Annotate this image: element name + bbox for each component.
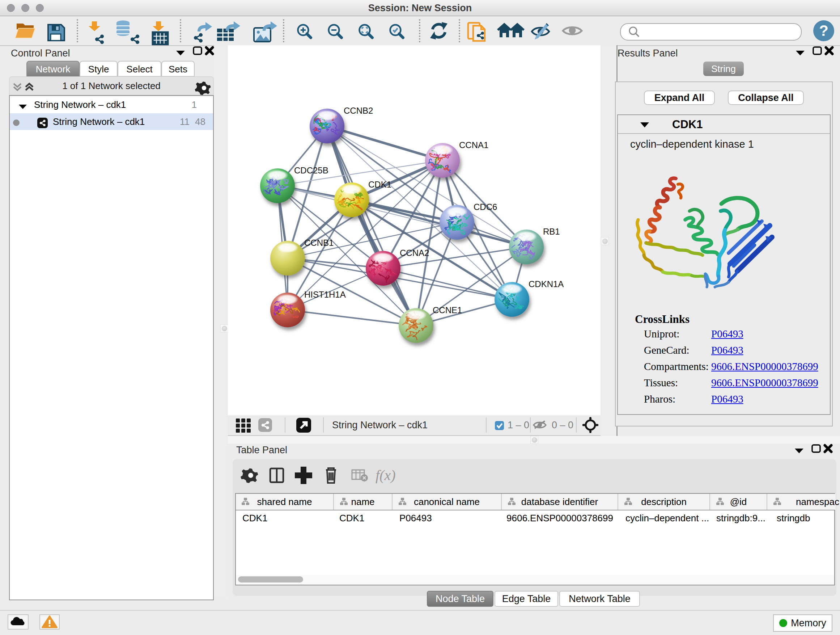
svg-text:1 – 0: 1 – 0 <box>508 420 529 431</box>
svg-text:CCNB1: CCNB1 <box>304 238 333 248</box>
svg-text:CDK1: CDK1 <box>368 180 392 189</box>
svg-text:0 – 0: 0 – 0 <box>552 420 573 431</box>
svg-text:CCNB2: CCNB2 <box>344 106 373 116</box>
svg-text:HIST1H1A: HIST1H1A <box>304 290 346 299</box>
svg-text:?: ? <box>819 22 829 39</box>
svg-text:CDKN1A: CDKN1A <box>529 279 564 289</box>
svg-text:CCNE1: CCNE1 <box>433 305 462 315</box>
svg-text:RB1: RB1 <box>543 226 560 236</box>
svg-text:CCNA2: CCNA2 <box>400 248 429 258</box>
svg-text:f(x): f(x) <box>376 467 396 483</box>
svg-text:CCNA1: CCNA1 <box>459 140 488 150</box>
svg-text:CDC25B: CDC25B <box>294 165 328 175</box>
svg-text:CDC6: CDC6 <box>474 202 497 212</box>
